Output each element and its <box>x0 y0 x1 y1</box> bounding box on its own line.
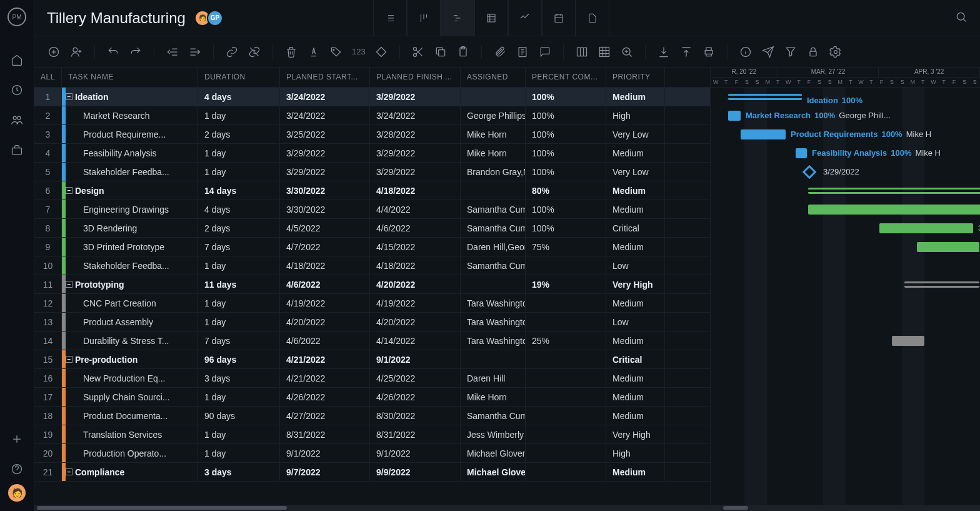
priority-cell[interactable]: High <box>606 444 665 462</box>
collapse-icon[interactable]: − <box>66 187 72 194</box>
collapse-icon[interactable]: − <box>66 356 72 363</box>
gantt-row[interactable]: Market Research100%George Phill... <box>711 106 980 125</box>
team-icon[interactable] <box>11 114 23 126</box>
columns-icon[interactable] <box>575 45 589 59</box>
duration-cell[interactable]: 4 days <box>198 88 280 106</box>
task-row[interactable]: 18 Product Documenta... 90 days 4/27/202… <box>34 407 710 425</box>
start-cell[interactable]: 3/25/2022 <box>280 125 370 143</box>
col-header-percent[interactable]: PERCENT COM... <box>526 68 606 87</box>
finish-cell[interactable]: 8/30/2022 <box>370 407 461 425</box>
percent-cell[interactable] <box>526 313 606 331</box>
priority-cell[interactable]: Very High <box>606 425 665 443</box>
task-name-cell[interactable]: Market Research <box>62 106 198 124</box>
finish-cell[interactable]: 3/28/2022 <box>370 125 461 143</box>
link-icon[interactable] <box>225 45 239 59</box>
clock-icon[interactable] <box>11 84 23 96</box>
priority-cell[interactable]: Very Low <box>606 163 665 181</box>
duration-cell[interactable]: 1 day <box>198 256 280 275</box>
assigned-cell[interactable] <box>461 88 526 106</box>
duration-cell[interactable]: 90 days <box>198 407 280 425</box>
percent-cell[interactable] <box>526 425 606 443</box>
col-header-all[interactable]: ALL <box>34 68 62 87</box>
task-name-cell[interactable]: Supply Chain Sourci... <box>62 388 198 406</box>
percent-cell[interactable]: 100% <box>526 163 606 181</box>
task-row[interactable]: 2 Market Research 1 day 3/24/2022 3/24/2… <box>34 106 710 125</box>
priority-cell[interactable]: Medium <box>606 181 665 200</box>
start-cell[interactable]: 4/18/2022 <box>280 256 370 275</box>
task-name-cell[interactable]: Stakeholder Feedba... <box>62 256 198 275</box>
task-row[interactable]: 5 Stakeholder Feedba... 1 day 3/29/2022 … <box>34 163 710 181</box>
priority-cell[interactable]: Medium <box>606 369 665 387</box>
duration-cell[interactable]: 1 day <box>198 425 280 443</box>
attach-icon[interactable] <box>493 45 507 59</box>
start-cell[interactable]: 4/19/2022 <box>280 294 370 312</box>
percent-cell[interactable]: 80% <box>526 181 606 200</box>
duration-cell[interactable]: 1 day <box>198 444 280 462</box>
duration-cell[interactable]: 14 days <box>198 181 280 200</box>
task-row[interactable]: 13 Product Assembly 1 day 4/20/2022 4/20… <box>34 313 710 331</box>
start-cell[interactable]: 4/21/2022 <box>280 350 370 368</box>
finish-cell[interactable]: 4/6/2022 <box>370 219 461 237</box>
gantt-row[interactable] <box>711 256 980 275</box>
tag-icon[interactable] <box>329 45 343 59</box>
assigned-cell[interactable]: Samantha Cum <box>461 256 526 275</box>
task-name-cell[interactable]: Product Requireme... <box>62 125 198 143</box>
add-task-icon[interactable] <box>47 45 61 59</box>
assigned-cell[interactable]: Jess Wimberly <box>461 425 526 443</box>
finish-cell[interactable]: 4/14/2022 <box>370 331 461 350</box>
gantt-row[interactable]: Engineering D <box>711 200 980 219</box>
priority-cell[interactable]: Very Low <box>606 125 665 143</box>
col-header-finish[interactable]: PLANNED FINISH ... <box>370 68 461 87</box>
start-cell[interactable]: 4/7/2022 <box>280 238 370 256</box>
start-cell[interactable]: 4/21/2022 <box>280 369 370 387</box>
finish-cell[interactable]: 9/1/2022 <box>370 444 461 462</box>
gantt-bar[interactable]: Market Research100%George Phill... <box>728 111 741 121</box>
help-icon[interactable] <box>11 463 23 475</box>
assigned-cell[interactable]: Michael Glover <box>461 463 526 481</box>
add-icon[interactable] <box>11 433 23 445</box>
duration-cell[interactable]: 2 days <box>198 219 280 237</box>
task-row[interactable]: 20 Production Operato... 1 day 9/1/2022 … <box>34 444 710 463</box>
duration-cell[interactable]: 1 day <box>198 163 280 181</box>
percent-cell[interactable] <box>526 256 606 275</box>
task-name-cell[interactable]: 3D Rendering <box>62 219 198 237</box>
duration-cell[interactable]: 96 days <box>198 350 280 368</box>
percent-cell[interactable] <box>526 463 606 481</box>
indent-icon[interactable] <box>188 45 202 59</box>
finish-cell[interactable]: 3/24/2022 <box>370 106 461 124</box>
duration-cell[interactable]: 2 days <box>198 125 280 143</box>
task-row[interactable]: 8 3D Rendering 2 days 4/5/2022 4/6/2022 … <box>34 219 710 238</box>
finish-cell[interactable]: 4/26/2022 <box>370 388 461 406</box>
task-name-cell[interactable]: − Compliance <box>62 463 198 481</box>
gantt-row[interactable] <box>711 313 980 331</box>
gantt-bar[interactable] <box>808 188 980 194</box>
duration-cell[interactable]: 1 day <box>198 388 280 406</box>
priority-cell[interactable]: Very High <box>606 275 665 293</box>
finish-cell[interactable]: 4/18/2022 <box>370 256 461 275</box>
priority-cell[interactable]: Critical <box>606 219 665 237</box>
gantt-scrollbar[interactable] <box>711 505 980 511</box>
start-cell[interactable]: 3/24/2022 <box>280 106 370 124</box>
cut-icon[interactable] <box>411 45 425 59</box>
gantt-bar[interactable] <box>904 281 979 288</box>
task-name-cell[interactable]: Stakeholder Feedba... <box>62 163 198 181</box>
finish-cell[interactable]: 8/31/2022 <box>370 425 461 443</box>
diamond-icon[interactable] <box>374 45 388 59</box>
assigned-cell[interactable]: Daren Hill <box>461 369 526 387</box>
start-cell[interactable]: 9/1/2022 <box>280 444 370 462</box>
outdent-icon[interactable] <box>166 45 179 59</box>
undo-icon[interactable] <box>106 45 120 59</box>
priority-cell[interactable]: Medium <box>606 331 665 350</box>
task-row[interactable]: 19 Translation Services 1 day 8/31/2022 … <box>34 425 710 444</box>
print-icon[interactable] <box>702 45 716 59</box>
task-name-cell[interactable]: New Production Eq... <box>62 369 198 387</box>
task-name-cell[interactable]: − Prototyping <box>62 275 198 293</box>
duration-cell[interactable]: 11 days <box>198 275 280 293</box>
import-icon[interactable] <box>657 45 671 59</box>
percent-cell[interactable]: 100% <box>526 106 606 124</box>
finish-cell[interactable]: 3/29/2022 <box>370 144 461 162</box>
task-row[interactable]: 9 3D Printed Prototype 7 days 4/7/2022 4… <box>34 238 710 256</box>
assigned-cell[interactable]: Tara Washingto <box>461 294 526 312</box>
send-icon[interactable] <box>761 45 775 59</box>
percent-cell[interactable] <box>526 444 606 462</box>
